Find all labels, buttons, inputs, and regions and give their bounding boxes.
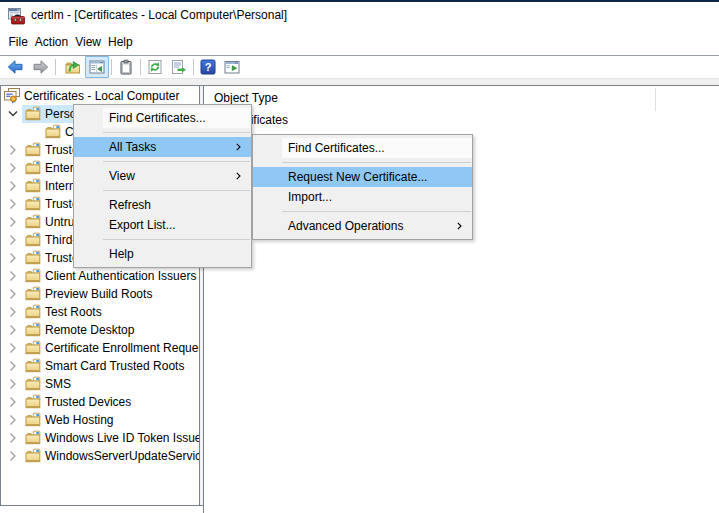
column-header-object-type[interactable]: Object Type: [214, 91, 278, 105]
show-console-tree-button[interactable]: [85, 56, 109, 78]
tree-item-remote-desktop[interactable]: Remote Desktop: [1, 321, 199, 339]
list-row-certificates[interactable]: Certificates: [204, 111, 719, 129]
show-console-tree-icon: [89, 59, 105, 75]
menu-item-label: Find Certificates...: [109, 108, 206, 128]
toolbar-separator: [193, 59, 194, 75]
chevron-collapsed-icon[interactable]: [7, 162, 19, 174]
menu-item-label: Export List...: [109, 215, 176, 235]
tree-item-smart-card-trusted-roots[interactable]: Smart Card Trusted Roots: [1, 357, 199, 375]
menu-item-advanced-operations[interactable]: Advanced Operations: [253, 216, 472, 236]
tree-item-client-authentication-issuers[interactable]: Client Authentication Issuers: [1, 267, 199, 285]
menu-item-label: View: [109, 166, 135, 186]
console-window-icon: [224, 59, 240, 75]
chevron-collapsed-icon[interactable]: [7, 306, 19, 318]
window-title: certlm - [Certificates - Local Computer\…: [31, 8, 287, 23]
folder-icon: [25, 358, 41, 374]
menu-file[interactable]: File: [5, 31, 31, 53]
menu-item-refresh[interactable]: Refresh: [74, 195, 251, 215]
menu-item-find-certificates[interactable]: Find Certificates...: [253, 138, 472, 158]
chevron-collapsed-icon[interactable]: [7, 216, 19, 228]
tree-item-label: WindowsServerUpdateServices: [45, 447, 200, 465]
tree-item-windows-live-id-token-issuers[interactable]: Windows Live ID Token Issuers: [1, 429, 199, 447]
menu-item-request-new-certificate[interactable]: Request New Certificate...: [253, 167, 472, 187]
folder-icon: [25, 304, 41, 320]
chevron-collapsed-icon[interactable]: [7, 342, 19, 354]
tree-item-sms[interactable]: SMS: [1, 375, 199, 393]
chevron-collapsed-icon[interactable]: [7, 252, 19, 264]
folder-icon: [25, 412, 41, 428]
certlm-app-icon: [7, 7, 25, 25]
folder-icon: [25, 250, 41, 266]
folder-icon: [25, 430, 41, 446]
menu-item-view[interactable]: View: [74, 166, 251, 186]
toolbar-separator: [111, 59, 112, 75]
menu-item-find-certificates[interactable]: Find Certificates...: [74, 108, 251, 128]
tree-item-label: Preview Build Roots: [45, 285, 152, 303]
menu-item-help[interactable]: Help: [74, 244, 251, 264]
folder-icon: [25, 178, 41, 194]
chevron-collapsed-icon[interactable]: [7, 378, 19, 390]
help-button[interactable]: ?: [196, 56, 220, 78]
submenu-arrow-icon: [236, 172, 241, 180]
menu-action[interactable]: Action: [31, 31, 71, 53]
menu-item-label: Import...: [288, 187, 332, 207]
submenu-arrow-icon: [236, 143, 241, 151]
chevron-collapsed-icon[interactable]: [7, 198, 19, 210]
tree-item-certificate-enrollment-requests[interactable]: Certificate Enrollment Requests: [1, 339, 199, 357]
chevron-collapsed-icon[interactable]: [7, 360, 19, 372]
chevron-collapsed-icon[interactable]: [7, 288, 19, 300]
toolbar-separator: [140, 59, 141, 75]
chevron-collapsed-icon[interactable]: [7, 432, 19, 444]
export-list-button[interactable]: [167, 56, 191, 78]
chevron-expanded-icon[interactable]: [7, 108, 19, 120]
tree-item-web-hosting[interactable]: Web Hosting: [1, 411, 199, 429]
tree-item-windowsserverupdateservices[interactable]: WindowsServerUpdateServices: [1, 447, 199, 465]
menu-separator: [74, 186, 251, 195]
svg-text:?: ?: [205, 61, 212, 73]
chevron-collapsed-icon[interactable]: [7, 324, 19, 336]
menu-item-label: Refresh: [109, 195, 151, 215]
menu-item-label: Help: [109, 244, 134, 264]
toolbar-separator: [55, 59, 56, 75]
menu-separator: [74, 235, 251, 244]
chevron-collapsed-icon[interactable]: [7, 414, 19, 426]
refresh-icon: [147, 59, 163, 75]
console-window-button[interactable]: [220, 56, 244, 78]
column-divider[interactable]: [655, 88, 656, 111]
menu-item-label: All Tasks: [109, 137, 156, 157]
menu-item-all-tasks[interactable]: All Tasks: [74, 137, 251, 157]
menu-item-import[interactable]: Import...: [253, 187, 472, 207]
export-list-icon: [171, 59, 187, 75]
paste-button[interactable]: [114, 56, 138, 78]
folder-icon: [25, 394, 41, 410]
chevron-collapsed-icon[interactable]: [7, 450, 19, 462]
tree-item-certificates-local-computer[interactable]: Certificates - Local Computer: [1, 87, 199, 105]
tree-item-test-roots[interactable]: Test Roots: [1, 303, 199, 321]
back-button[interactable]: [3, 56, 27, 78]
menu-separator: [74, 157, 251, 166]
chevron-collapsed-icon[interactable]: [7, 234, 19, 246]
menu-help[interactable]: Help: [105, 31, 137, 53]
folder-icon: [25, 160, 41, 176]
chevron-collapsed-icon[interactable]: [7, 180, 19, 192]
menu-separator: [74, 128, 251, 137]
toolbar: ?: [0, 56, 719, 78]
menu-separator: [253, 158, 472, 167]
menu-item-label: Find Certificates...: [288, 138, 385, 158]
chevron-collapsed-icon[interactable]: [7, 144, 19, 156]
tree-item-preview-build-roots[interactable]: Preview Build Roots: [1, 285, 199, 303]
up-one-level-button[interactable]: [61, 56, 85, 78]
menu-item-export-list[interactable]: Export List...: [74, 215, 251, 235]
tree-item-label: Trusted Devices: [45, 393, 131, 411]
menu-view[interactable]: View: [72, 31, 105, 53]
refresh-button[interactable]: [143, 56, 167, 78]
tree-item-label: Certificate Enrollment Requests: [45, 339, 200, 357]
chevron-collapsed-icon[interactable]: [7, 396, 19, 408]
all-tasks-submenu: Find Certificates...Request New Certific…: [252, 134, 473, 240]
chevron-collapsed-icon[interactable]: [7, 270, 19, 282]
forward-button[interactable]: [29, 56, 53, 78]
tree-item-trusted-devices[interactable]: Trusted Devices: [1, 393, 199, 411]
menu-item-label: Request New Certificate...: [288, 167, 427, 187]
certlm-window: certlm - [Certificates - Local Computer\…: [0, 0, 719, 513]
title-bar: certlm - [Certificates - Local Computer\…: [0, 2, 719, 29]
